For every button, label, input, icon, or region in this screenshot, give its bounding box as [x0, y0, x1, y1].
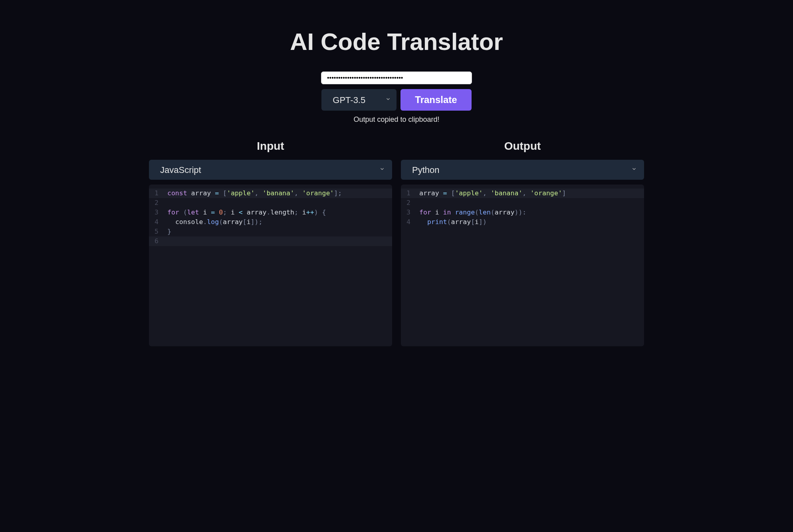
code-content: } — [167, 227, 171, 236]
code-content: print(array[i]) — [419, 217, 487, 227]
line-number: 1 — [401, 189, 419, 198]
code-content: for i in range(len(array)): — [419, 208, 526, 217]
line-number: 6 — [149, 236, 167, 246]
line-number: 2 — [401, 198, 419, 208]
code-line: 1const array = ['apple', 'banana', 'oran… — [149, 189, 392, 198]
model-select[interactable]: GPT-3.5 — [321, 89, 396, 111]
code-line: 3for (let i = 0; i < array.length; i++) … — [149, 208, 392, 217]
output-heading: Output — [401, 140, 644, 153]
code-line: 3for i in range(len(array)): — [401, 208, 644, 217]
line-number: 4 — [149, 217, 167, 227]
code-line: 5} — [149, 227, 392, 236]
code-content: const array = ['apple', 'banana', 'orang… — [167, 189, 342, 198]
output-code-editor[interactable]: 1array = ['apple', 'banana', 'orange']23… — [401, 185, 644, 346]
input-language-select[interactable]: JavaScript — [149, 160, 392, 180]
code-line: 2 — [149, 198, 392, 208]
code-content: for (let i = 0; i < array.length; i++) { — [167, 208, 326, 217]
output-panel: Output Python 1array = ['apple', 'banana… — [401, 140, 644, 346]
line-number: 3 — [401, 208, 419, 217]
code-content: array = ['apple', 'banana', 'orange'] — [419, 189, 566, 198]
code-line: 6 — [149, 236, 392, 246]
line-number: 3 — [149, 208, 167, 217]
code-line: 1array = ['apple', 'banana', 'orange'] — [401, 189, 644, 198]
code-line: 4 console.log(array[i]); — [149, 217, 392, 227]
status-text: Output copied to clipboard! — [353, 115, 439, 124]
code-content: console.log(array[i]); — [167, 217, 262, 227]
line-number: 2 — [149, 198, 167, 208]
input-code-editor[interactable]: 1const array = ['apple', 'banana', 'oran… — [149, 185, 392, 346]
line-number: 4 — [401, 217, 419, 227]
translate-button[interactable]: Translate — [400, 89, 471, 111]
input-heading: Input — [149, 140, 392, 153]
input-panel: Input JavaScript 1const array = ['apple'… — [149, 140, 392, 346]
output-language-select[interactable]: Python — [401, 160, 644, 180]
line-number: 5 — [149, 227, 167, 236]
code-line: 2 — [401, 198, 644, 208]
code-line: 4 print(array[i]) — [401, 217, 644, 227]
page-title: AI Code Translator — [149, 28, 644, 56]
api-key-input[interactable] — [321, 71, 472, 84]
controls: GPT-3.5 Translate Output copied to clipb… — [149, 71, 644, 124]
line-number: 1 — [149, 189, 167, 198]
